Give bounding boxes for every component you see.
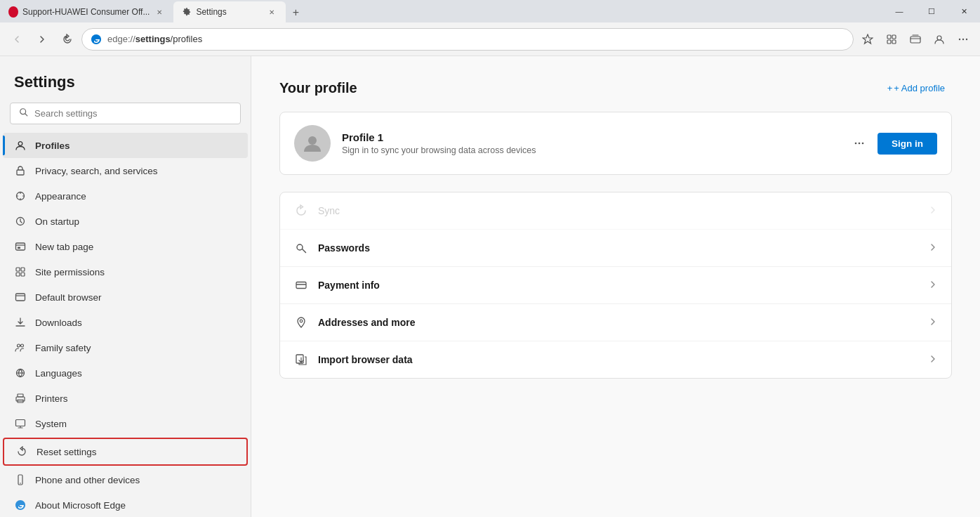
svg-rect-11 [17, 170, 24, 175]
avatar [294, 125, 331, 162]
add-profile-label: + Add profile [894, 83, 945, 93]
sidebar-item-phonedevices[interactable]: Phone and other devices [3, 467, 248, 492]
defaultbrowser-icon [14, 291, 27, 303]
svg-rect-17 [21, 268, 25, 271]
option-addresses-label: Addresses and more [318, 317, 919, 328]
passwords-icon [294, 241, 308, 255]
refresh-button[interactable] [56, 28, 79, 51]
siteperm-icon [14, 266, 27, 278]
minimize-button[interactable]: — [883, 0, 915, 22]
profile-name: Profile 1 [342, 131, 837, 143]
svg-point-22 [21, 344, 24, 347]
option-import[interactable]: Import browser data [280, 341, 951, 378]
sidebar-item-resetsettings-label: Reset settings [37, 447, 97, 457]
sidebar-item-startup-label: On startup [35, 216, 79, 227]
favorites-button[interactable] [856, 28, 879, 51]
new-tab-button[interactable]: + [286, 3, 305, 22]
toolbar-actions [856, 28, 974, 51]
profile-actions: Sign in [848, 132, 937, 155]
more-button[interactable] [952, 28, 974, 51]
collections-button[interactable] [880, 28, 903, 51]
sidebar-item-resetsettings[interactable]: Reset settings [3, 438, 248, 466]
payment-icon [294, 278, 308, 292]
option-payment[interactable]: Payment info [280, 267, 951, 304]
sidebar-item-startup[interactable]: On startup [3, 209, 248, 234]
tabs-area: Support-HUAWEI Consumer Off... ✕ Setting… [0, 0, 883, 22]
address-bar[interactable]: edge://settings/profiles [81, 28, 854, 51]
svg-point-5 [937, 36, 941, 40]
sidebar-item-appearance[interactable]: Appearance [3, 183, 248, 209]
profile-description: Sign in to sync your browsing data acros… [342, 145, 837, 155]
profile-card: Profile 1 Sign in to sync your browsing … [279, 112, 952, 175]
tab-settings[interactable]: Settings ✕ [173, 1, 286, 22]
maximize-button[interactable]: ☐ [915, 0, 948, 22]
svg-rect-1 [892, 35, 896, 39]
window-controls: — ☐ ✕ [883, 0, 980, 22]
avatar-person-icon [301, 132, 324, 155]
option-passwords-label: Passwords [318, 242, 919, 254]
familysafety-icon [14, 341, 27, 354]
option-sync-label: Sync [318, 205, 919, 216]
sidebar-item-familysafety[interactable]: Family safety [3, 335, 248, 360]
sidebar-item-defaultbrowser-label: Default browser [35, 292, 102, 303]
back-button[interactable] [6, 28, 28, 51]
addresses-icon [294, 315, 308, 329]
profile-info: Profile 1 Sign in to sync your browsing … [342, 131, 837, 155]
main-layout: Settings Profiles Privacy, search, and s… [0, 56, 980, 517]
sidebar-item-downloads[interactable]: Downloads [3, 310, 248, 335]
sidebar-item-appearance-label: Appearance [35, 191, 86, 202]
close-button[interactable]: ✕ [948, 0, 980, 22]
settings-favicon [182, 7, 192, 17]
sidebar-item-downloads-label: Downloads [35, 318, 82, 328]
sidebar-item-system-label: System [35, 419, 67, 429]
svg-point-7 [962, 38, 964, 39]
svg-point-33 [862, 143, 864, 145]
page-title: Your profile [279, 80, 357, 96]
sidebar-item-aboutedge-label: About Microsoft Edge [35, 500, 126, 511]
languages-icon [14, 367, 27, 379]
sidebar-item-sitepermissions[interactable]: Site permissions [3, 259, 248, 284]
svg-point-21 [18, 344, 20, 347]
option-addresses[interactable]: Addresses and more [280, 304, 951, 341]
svg-point-31 [855, 143, 857, 145]
content-area: Your profile + + Add profile Profile 1 S… [251, 56, 980, 517]
address-text: edge://settings/profiles [107, 34, 202, 44]
tab-huawei-label: Support-HUAWEI Consumer Off... [22, 7, 150, 17]
svg-point-32 [859, 143, 861, 145]
sync-icon [294, 204, 308, 218]
svg-rect-4 [911, 37, 920, 43]
search-input[interactable] [34, 108, 232, 119]
search-box[interactable] [10, 103, 241, 124]
sidebar-item-system[interactable]: System [3, 411, 248, 436]
tab-huawei-close[interactable]: ✕ [154, 6, 165, 18]
startup-icon [14, 215, 27, 228]
sidebar-item-privacy[interactable]: Privacy, search, and services [3, 158, 248, 183]
payment-chevron [929, 280, 937, 291]
add-profile-button[interactable]: + + Add profile [880, 79, 952, 98]
sidebar-item-defaultbrowser[interactable]: Default browser [3, 284, 248, 310]
svg-rect-27 [16, 420, 25, 426]
sidebar-item-profiles[interactable]: Profiles [3, 133, 248, 158]
settings-title: Settings [0, 67, 251, 103]
printers-icon [14, 392, 27, 405]
tab-huawei[interactable]: Support-HUAWEI Consumer Off... ✕ [0, 1, 173, 22]
svg-point-8 [966, 38, 967, 39]
profile-more-button[interactable] [848, 132, 870, 155]
forward-button[interactable] [31, 28, 53, 51]
option-passwords[interactable]: Passwords [280, 230, 951, 267]
sidebar-item-profiles-label: Profiles [35, 140, 70, 151]
aboutedge-icon [14, 499, 27, 511]
sidebar-item-languages[interactable]: Languages [3, 360, 248, 386]
sidebar: Settings Profiles Privacy, search, and s… [0, 56, 251, 517]
profiles-icon [14, 139, 27, 152]
sidebar-item-newtab[interactable]: New tab page [3, 234, 248, 259]
tab-settings-close[interactable]: ✕ [266, 6, 277, 18]
sign-in-button[interactable]: Sign in [878, 133, 937, 155]
passwords-chevron [929, 243, 937, 254]
profile-button[interactable] [928, 28, 951, 51]
newtab-icon [14, 240, 27, 253]
sidebar-item-printers[interactable]: Printers [3, 386, 248, 411]
edge-favicon [91, 34, 102, 45]
sidebar-item-aboutedge[interactable]: About Microsoft Edge [3, 492, 248, 517]
wallet-button[interactable] [904, 28, 927, 51]
